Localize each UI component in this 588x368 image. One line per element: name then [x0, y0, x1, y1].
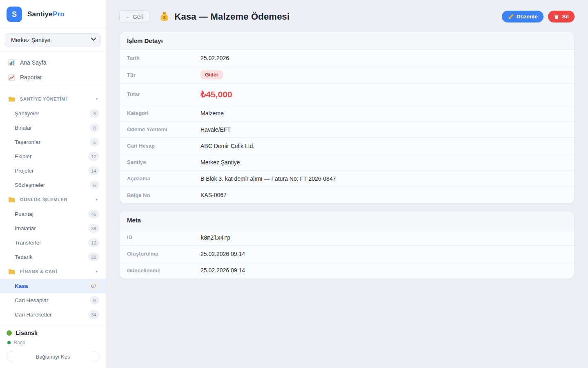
meta-card-title: Meta — [120, 211, 574, 229]
sidebar-item-ta-eronlar[interactable]: Taşeronlar5 — [0, 135, 106, 149]
nav-section-label: GÜNLÜK İŞLEMLER — [20, 197, 91, 202]
connection-label: Bağlı — [14, 340, 25, 346]
page-title-wrap: $ Kasa — Malzeme Ödemesi — [159, 11, 290, 22]
sidebar-item-ekipler[interactable]: Ekipler12 — [0, 149, 106, 164]
nav-section-fi-nans-cari[interactable]: FİNANS & CARİ▾ — [0, 264, 106, 279]
folder-icon — [8, 197, 15, 203]
field-label: Cari Hesap — [127, 143, 200, 149]
nav-item-ana-sayfa[interactable]: Ana Sayfa — [0, 55, 106, 70]
sidebar-item-label: Cari Hareketler — [15, 312, 88, 318]
count-badge: 45 — [88, 210, 99, 218]
field-value-mono: k8m2lx4rp — [200, 234, 230, 241]
detail-row-a-klama: AçıklamaB Blok 3. kat demir alımı — Fatu… — [120, 171, 574, 187]
page-title: Kasa — Malzeme Ödemesi — [174, 11, 290, 22]
detail-row-g-ncellenme: Güncellenme25.02.2026 09:14 — [120, 262, 574, 278]
sidebar-item-label: Puantaj — [15, 211, 88, 217]
field-value: 25.02.2026 — [200, 55, 229, 61]
count-badge: 34 — [88, 310, 99, 319]
detail-row-deme-y-ntemi: Ödeme YöntemiHavale/EFT — [120, 121, 574, 138]
count-badge: 8 — [90, 296, 99, 305]
svg-text:$: $ — [163, 15, 166, 20]
money-bag-icon: $ — [159, 11, 170, 22]
sidebar-item-label: Projeler — [15, 168, 88, 174]
field-value: B Blok 3. kat demir alımı — Fatura No: F… — [200, 175, 336, 182]
bar-chart-icon — [8, 59, 15, 66]
count-badge: 5 — [90, 138, 99, 146]
license-status: Lisanslı — [7, 330, 99, 336]
field-value: KAS-0067 — [200, 192, 227, 198]
caret-down-icon: ▾ — [96, 97, 98, 101]
amount-value: ₺45,000 — [200, 90, 232, 99]
sidebar-item-projeler[interactable]: Projeler14 — [0, 164, 106, 178]
app-name-primary: Santiye — [27, 10, 53, 18]
delete-button-label: Sil — [562, 13, 569, 20]
nav-item-label: Raporlar — [20, 74, 42, 81]
nav-item-label: Ana Sayfa — [20, 59, 47, 66]
field-value: ABC Demir Çelik Ltd. — [200, 143, 254, 149]
field-label: Tutar — [127, 91, 200, 97]
transaction-detail-card: İşlem Detayı Tarih25.02.2026TürGiderTuta… — [119, 31, 575, 204]
field-label: Tür — [127, 72, 200, 78]
field-label: ID — [127, 234, 200, 240]
edit-button-label: Düzenle — [517, 13, 538, 20]
app-name-accent: Pro — [53, 10, 65, 18]
sidebar-item-puantaj[interactable]: Puantaj45 — [0, 207, 106, 221]
nav-section-g-nl-k-i-lemler[interactable]: GÜNLÜK İŞLEMLER▾ — [0, 192, 106, 207]
detail-card-title: İşlem Detayı — [120, 32, 574, 50]
detail-row-cari-hesap: Cari HesapABC Demir Çelik Ltd. — [120, 138, 574, 154]
site-selector[interactable]: Merkez Şantiye — [5, 33, 101, 47]
disconnect-button[interactable]: Bağlantıyı Kes — [7, 351, 99, 362]
count-badge: 8 — [90, 123, 99, 132]
detail-row-tutar: Tutar₺45,000 — [120, 84, 574, 105]
detail-row-tarih: Tarih25.02.2026 — [120, 50, 574, 66]
detail-row-antiye: ŞantiyeMerkez Şantiye — [120, 154, 574, 171]
sidebar: S SantiyePro Merkez Şantiye Ana SayfaRap… — [0, 0, 106, 368]
app-name: SantiyePro — [27, 10, 65, 18]
nav-section-label: FİNANS & CARİ — [20, 269, 91, 274]
field-label: Oluşturulma — [127, 251, 200, 257]
count-badge: 12 — [88, 152, 99, 161]
sidebar-item-label: İmalatlar — [15, 225, 88, 231]
count-badge: 38 — [88, 224, 99, 233]
field-label: Ödeme Yöntemi — [127, 126, 200, 132]
count-badge: 14 — [88, 166, 99, 175]
sidebar-item-transferler[interactable]: Transferler12 — [0, 236, 106, 250]
sidebar-item-cari-hareketler[interactable]: Cari Hareketler34 — [0, 307, 106, 322]
back-button[interactable]: ← Geri — [119, 10, 149, 23]
sidebar-item-label: Tedarik — [15, 254, 88, 260]
sidebar-item-binalar[interactable]: Binalar8 — [0, 121, 106, 135]
sidebar-item-cari-hesaplar[interactable]: Cari Hesaplar8 — [0, 293, 106, 307]
detail-row-t-r: TürGider — [120, 66, 574, 84]
nav-section-anti-ye-y-neti-mi[interactable]: ŞANTİYE YÖNETİMİ▾ — [0, 92, 106, 106]
folder-icon — [8, 96, 15, 102]
sidebar-item-label: Sözleşmeler — [15, 182, 90, 188]
nav-item-raporlar[interactable]: Raporlar — [0, 70, 106, 85]
sidebar-item-tedarik[interactable]: Tedarik22 — [0, 250, 106, 264]
sidebar-item-s-zle-meler[interactable]: Sözleşmeler6 — [0, 178, 106, 192]
main-content: ← Geri $ Kasa — Malzeme Ödemesi Düzenle … — [106, 0, 588, 368]
field-value: 25.02.2026 09:14 — [200, 251, 245, 257]
sidebar-item-kasa[interactable]: Kasa67 — [0, 279, 106, 293]
field-label: Tarih — [127, 55, 200, 61]
edit-button[interactable]: Düzenle — [502, 11, 544, 22]
sidebar-item-i-malatlar[interactable]: İmalatlar38 — [0, 221, 106, 236]
delete-button[interactable]: Sil — [548, 11, 575, 22]
license-dot-icon — [7, 330, 12, 336]
field-label: Şantiye — [127, 159, 200, 165]
header-actions: Düzenle Sil — [502, 11, 575, 22]
detail-row-kategori: KategoriMalzeme — [120, 105, 574, 121]
line-chart-icon — [8, 74, 15, 81]
nav-divider — [0, 88, 106, 88]
license-label: Lisanslı — [16, 330, 38, 336]
trash-icon — [554, 14, 559, 20]
field-label: Kategori — [127, 110, 200, 116]
page-header: ← Geri $ Kasa — Malzeme Ödemesi Düzenle … — [119, 10, 575, 23]
count-badge: 6 — [90, 181, 99, 189]
sidebar-item-antiyeler[interactable]: Şantiyeler3 — [0, 106, 106, 121]
count-badge: 22 — [88, 253, 99, 261]
connection-status: Bağlı — [7, 340, 99, 346]
sidebar-footer: Lisanslı Bağlı Bağlantıyı Kes — [0, 324, 106, 368]
sidebar-nav: Ana SayfaRaporlar ŞANTİYE YÖNETİMİ▾Şanti… — [0, 52, 106, 324]
app-logo: S — [7, 7, 22, 22]
count-badge: 3 — [90, 109, 99, 118]
